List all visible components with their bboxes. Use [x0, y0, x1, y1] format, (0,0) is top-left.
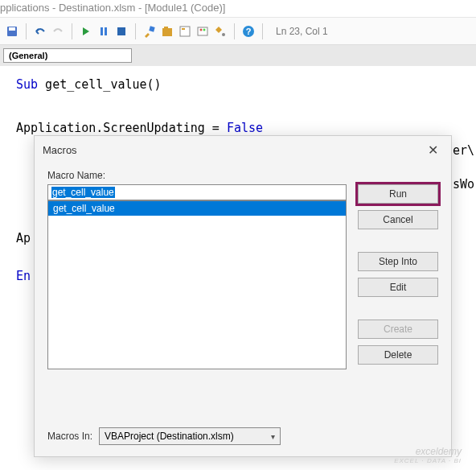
svg-rect-1 [9, 27, 15, 31]
undo-icon[interactable] [33, 24, 47, 39]
separator [26, 23, 27, 39]
create-button: Create [358, 320, 438, 339]
macro-name-input[interactable]: get_cell_value [47, 184, 347, 200]
window-title: pplications - Destination.xlsm - [Module… [0, 0, 476, 18]
svg-rect-10 [198, 27, 207, 35]
redo-icon[interactable] [51, 24, 65, 39]
svg-rect-3 [105, 27, 107, 35]
code-text: En [16, 269, 31, 283]
stop-icon[interactable] [114, 24, 129, 39]
run-button[interactable]: Run [358, 184, 438, 204]
svg-rect-9 [182, 28, 185, 30]
chevron-down-icon: ▾ [271, 432, 275, 441]
dialog-titlebar: Macros ✕ [35, 136, 451, 163]
svg-point-11 [200, 28, 203, 31]
svg-rect-2 [101, 27, 103, 35]
svg-rect-5 [149, 26, 154, 31]
macros-in-value: VBAProject (Destination.xlsm) [105, 431, 234, 442]
svg-rect-7 [164, 27, 168, 29]
properties-icon[interactable] [178, 24, 192, 39]
procedure-dropdown[interactable]: (General) [3, 48, 132, 63]
run-icon[interactable] [79, 24, 93, 39]
svg-text:?: ? [246, 27, 252, 36]
design-icon[interactable] [142, 24, 157, 39]
separator [262, 23, 263, 39]
macros-dialog: Macros ✕ Macro Name: get_cell_value get_… [34, 135, 452, 457]
separator [135, 23, 136, 39]
toolbar: ? Ln 23, Col 1 [0, 18, 476, 45]
save-icon[interactable] [5, 24, 19, 39]
list-item[interactable]: get_cell_value [48, 201, 346, 216]
separator [234, 23, 235, 39]
macros-in-dropdown[interactable]: VBAProject (Destination.xlsm) ▾ [99, 427, 281, 445]
svg-point-13 [222, 33, 225, 36]
watermark-line2: EXCEL · DATA · BI [394, 457, 462, 465]
svg-rect-6 [162, 28, 172, 36]
pause-icon[interactable] [96, 24, 111, 39]
watermark-line1: exceldemy [394, 446, 462, 457]
code-text: Ap [16, 231, 31, 245]
keyword: False [227, 121, 263, 135]
step-into-button[interactable]: Step Into [358, 252, 438, 271]
code-text: Application.ScreenUpdating = [16, 121, 227, 135]
svg-rect-4 [117, 27, 125, 35]
toolbox-icon[interactable] [213, 24, 228, 39]
dialog-title: Macros [43, 144, 77, 156]
cancel-button[interactable]: Cancel [358, 210, 438, 229]
edit-button[interactable]: Edit [358, 278, 438, 297]
code-text: get_cell_value() [38, 77, 162, 92]
help-icon[interactable]: ? [241, 24, 256, 39]
close-icon[interactable]: ✕ [423, 141, 443, 159]
cursor-position: Ln 23, Col 1 [276, 26, 328, 37]
macro-list[interactable]: get_cell_value [47, 200, 347, 369]
macro-name-label: Macro Name: [47, 170, 347, 181]
project-icon[interactable] [160, 24, 174, 39]
delete-button[interactable]: Delete [358, 345, 438, 365]
watermark: exceldemy EXCEL · DATA · BI [394, 446, 462, 465]
svg-rect-8 [180, 27, 190, 36]
macros-in-label: Macros In: [47, 431, 92, 442]
separator [72, 23, 72, 39]
macro-name-value: get_cell_value [51, 187, 115, 198]
svg-point-12 [203, 28, 206, 31]
browser-icon[interactable] [195, 24, 210, 39]
keyword: Sub [16, 77, 38, 92]
dropdown-bar: (General) [0, 45, 476, 66]
